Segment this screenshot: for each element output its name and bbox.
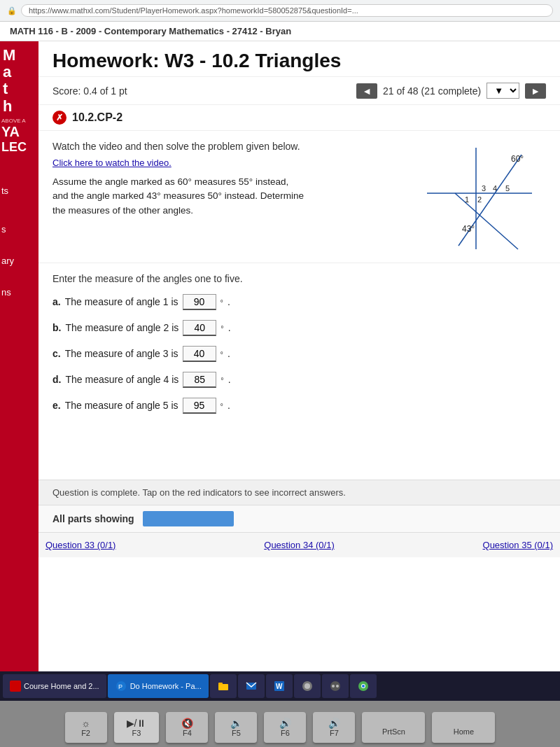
content-area: Homework: W3 - 10.2 Triangles Score: 0.4… <box>38 41 560 671</box>
sidebar-s: s <box>1 224 37 235</box>
svg-rect-14 <box>218 683 223 685</box>
svg-point-21 <box>332 685 335 687</box>
chrome-icon <box>357 680 370 692</box>
text-c: The measure of angle 3 is <box>65 348 178 359</box>
problem-text-col: Watch the video and then solve the probl… <box>52 141 413 218</box>
left-sidebar: M a t h ABOVE A YA LEC ts s ary ns <box>0 41 38 671</box>
label-b: b. <box>52 322 61 333</box>
answer-row-b: b. The measure of angle 2 is °. <box>52 320 546 336</box>
svg-text:43°: 43° <box>462 224 475 234</box>
taskbar-course-icon <box>10 680 21 692</box>
label-c: c. <box>52 348 61 359</box>
answer-row-c: c. The measure of angle 3 is °. <box>52 346 546 362</box>
svg-text:60°: 60° <box>511 154 524 164</box>
taskbar-item-homework[interactable]: P Do Homework - Pa... <box>108 674 209 698</box>
f3-key[interactable]: ▶/⏸ F3 <box>114 712 160 743</box>
diagram-col: 60° 3 4 5 1 2 43° <box>420 141 546 253</box>
label-d: d. <box>52 374 61 385</box>
period-b: . <box>228 322 231 333</box>
next-button[interactable]: ► <box>525 83 546 99</box>
text-a: The measure of angle 1 is <box>65 296 178 307</box>
period-d: . <box>228 374 231 385</box>
all-parts-label: All parts showing <box>52 513 134 524</box>
degree-c: ° <box>220 350 223 358</box>
answers-section: Enter the measure of the angles one to f… <box>38 263 560 438</box>
url-display: https://www.mathxl.com/Student/PlayerHom… <box>21 4 553 17</box>
taskbar-item-email[interactable] <box>238 674 265 698</box>
answer-row-e: e. The measure of angle 5 is °. <box>52 398 546 414</box>
q34-link[interactable]: Question 34 (0/1) <box>264 540 334 550</box>
input-angle-2[interactable] <box>183 320 216 336</box>
keyboard-row: ☼ F2 ▶/⏸ F3 🔇 F4 🔉 F5 🔊 F6 🔊 F7 PrtScn H… <box>0 701 560 747</box>
sidebar-ya-label: YA <box>1 124 37 140</box>
sidebar-ts: ts <box>1 186 37 196</box>
taskbar-item-chrome[interactable] <box>350 674 377 698</box>
misc2-icon <box>329 680 342 692</box>
question-dropdown[interactable]: ▼ <box>486 83 519 99</box>
nav-position: 21 of 48 (21 complete) <box>383 85 481 97</box>
period-c: . <box>227 348 230 359</box>
svg-text:2: 2 <box>477 195 482 204</box>
all-parts-bar: All parts showing <box>38 505 560 532</box>
f2-key[interactable]: ☼ F2 <box>65 712 107 743</box>
f5-key[interactable]: 🔉 F5 <box>215 712 257 743</box>
input-angle-1[interactable] <box>183 294 216 310</box>
score-nav-bar: Score: 0.4 of 1 pt ◄ 21 of 48 (21 comple… <box>38 77 560 105</box>
degree-a: ° <box>220 298 223 307</box>
sidebar-ary: ary <box>1 256 37 266</box>
degree-d: ° <box>220 376 223 384</box>
svg-point-22 <box>336 685 339 687</box>
degree-e: ° <box>220 402 223 410</box>
taskbar-item-course[interactable]: Course Home and 2... <box>3 674 106 698</box>
sidebar-math-a: a <box>3 64 36 81</box>
taskbar: Course Home and 2... P Do Homework - Pa.… <box>0 671 560 701</box>
answer-row-d: d. The measure of angle 4 is °. <box>52 372 546 388</box>
input-angle-4[interactable] <box>183 372 216 388</box>
watch-video-link[interactable]: Click here to watch the video. <box>52 158 413 168</box>
input-angle-3[interactable] <box>183 346 216 362</box>
page-title: Homework: W3 - 10.2 Triangles <box>38 41 560 77</box>
input-angle-5[interactable] <box>183 398 216 414</box>
svg-rect-13 <box>218 684 228 690</box>
geometry-diagram: 60° 3 4 5 1 2 43° <box>420 141 542 253</box>
misc1-icon <box>301 680 314 692</box>
f4-key[interactable]: 🔇 F4 <box>166 712 208 743</box>
complete-banner: Question is complete. Tap on the red ind… <box>38 480 560 505</box>
wrong-icon: ✗ <box>52 111 66 125</box>
svg-text:W: W <box>276 683 283 690</box>
f7-key[interactable]: 🔊 F7 <box>313 712 355 743</box>
taskbar-homework-icon: P <box>115 680 127 692</box>
question-id-label: 10.2.CP-2 <box>72 111 122 124</box>
degree-b: ° <box>220 324 223 333</box>
prtscn-key[interactable]: PrtScn <box>362 712 425 743</box>
word-icon: W <box>273 680 286 692</box>
prev-button[interactable]: ◄ <box>356 83 377 99</box>
svg-text:3: 3 <box>482 184 486 193</box>
answer-row-a: a. The measure of angle 1 is °. <box>52 294 546 310</box>
svg-text:4: 4 <box>493 184 497 193</box>
browser-bar: 🔒 https://www.mathxl.com/Student/PlayerH… <box>0 0 560 22</box>
svg-text:P: P <box>118 683 122 690</box>
question-nav-bottom: Question 33 (0/1) Question 34 (0/1) Ques… <box>38 532 560 557</box>
taskbar-item-misc2[interactable] <box>322 674 349 698</box>
svg-text:5: 5 <box>505 184 510 193</box>
text-d: The measure of angle 4 is <box>65 374 178 385</box>
label-e: e. <box>52 400 61 411</box>
q35-link[interactable]: Question 35 (0/1) <box>483 540 553 550</box>
folder-icon <box>217 680 230 692</box>
sidebar-lec-label: LEC <box>1 140 37 155</box>
home-key[interactable]: Home <box>432 712 495 743</box>
svg-text:1: 1 <box>465 195 469 204</box>
taskbar-item-misc1[interactable] <box>294 674 321 698</box>
svg-point-19 <box>304 683 310 689</box>
text-e: The measure of angle 5 is <box>65 400 178 411</box>
taskbar-item-folder[interactable] <box>210 674 237 698</box>
all-parts-progress-bar <box>143 511 234 526</box>
period-e: . <box>227 400 230 411</box>
f6-key[interactable]: 🔊 F6 <box>264 712 306 743</box>
score-display: Score: 0.4 of 1 pt <box>52 85 127 97</box>
taskbar-item-word[interactable]: W <box>266 674 293 698</box>
question-label-bar: ✗ 10.2.CP-2 <box>38 105 560 131</box>
label-a: a. <box>52 296 61 307</box>
q33-link[interactable]: Question 33 (0/1) <box>46 540 115 550</box>
